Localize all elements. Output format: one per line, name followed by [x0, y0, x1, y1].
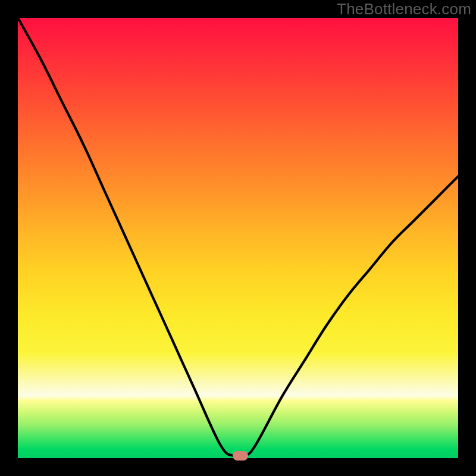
- curve-path: [18, 18, 458, 458]
- optimal-point-marker: [233, 451, 248, 461]
- watermark-text: TheBottleneck.com: [337, 0, 471, 18]
- chart-frame: TheBottleneck.com: [0, 0, 476, 476]
- plot-area: [18, 18, 458, 458]
- bottleneck-curve: [18, 18, 458, 458]
